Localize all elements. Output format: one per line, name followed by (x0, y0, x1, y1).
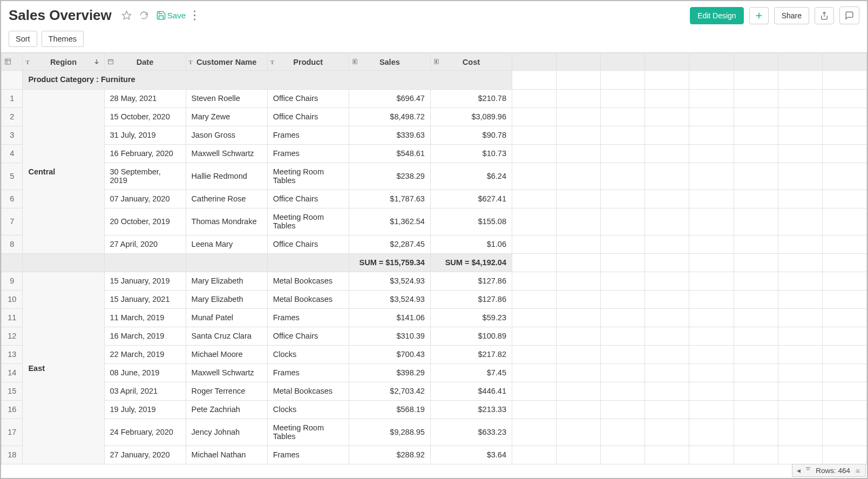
col-date[interactable]: Date (104, 53, 186, 71)
header-right: Edit Design Share (690, 6, 859, 24)
col-cost[interactable]: $Cost (430, 53, 512, 71)
blank-cell (734, 290, 778, 308)
blank-cell (645, 272, 689, 290)
sales-cell: $9,288.95 (349, 419, 430, 446)
blank-cell (822, 400, 866, 419)
sales-cell: $8,498.72 (349, 107, 430, 126)
table-row[interactable]: 7 20 October, 2019 Thomas Mondrake Meeti… (2, 208, 867, 235)
sales-cell: $568.19 (349, 400, 430, 419)
svg-text:$: $ (354, 60, 355, 63)
blank-cell (512, 253, 556, 272)
star-icon[interactable] (121, 10, 132, 21)
product-cell: Metal Bookcases (267, 272, 349, 290)
table-row[interactable]: 5 30 September, 2019 Hallie Redmond Meet… (2, 163, 867, 190)
customer-cell: Michael Moore (186, 345, 267, 363)
export-icon[interactable] (815, 7, 834, 24)
blank-cell (601, 144, 645, 163)
subtotal-cost: SUM = $4,192.04 (430, 253, 512, 272)
comment-icon[interactable] (839, 6, 859, 24)
blank-cell (557, 107, 601, 126)
blank-cell (822, 89, 866, 107)
blank-cell (512, 71, 556, 90)
table-row[interactable]: 9 East 15 January, 2019 Mary Elizabeth M… (2, 272, 867, 290)
col-customer[interactable]: TCustomer Name (186, 53, 267, 71)
blank-cell (557, 446, 601, 464)
blank-cell (689, 144, 734, 163)
rownum-cell: 17 (2, 419, 23, 446)
blank-cell (645, 363, 689, 382)
product-cell: Frames (267, 308, 349, 327)
blank-cell (601, 290, 645, 308)
add-button[interactable] (749, 7, 769, 24)
scroll-bottom-icon[interactable] (855, 467, 861, 475)
cost-cell: $90.78 (430, 126, 512, 144)
edit-design-button[interactable]: Edit Design (690, 7, 744, 24)
blank-cell (645, 107, 689, 126)
blank-cell (689, 327, 734, 345)
table-row[interactable]: 3 31 July, 2019 Jason Gross Frames $339.… (2, 126, 867, 144)
table-row[interactable]: 17 24 February, 2020 Jency Johnah Meetin… (2, 419, 867, 446)
date-cell: 03 April, 2021 (104, 382, 186, 400)
blank-cell (689, 272, 734, 290)
table-row[interactable]: 2 15 October, 2020 Mary Zewe Office Chai… (2, 107, 867, 126)
date-cell: 20 October, 2019 (104, 208, 186, 235)
table-row[interactable]: 12 16 March, 2019 Santa Cruz Clara Offic… (2, 327, 867, 345)
cost-cell: $100.89 (430, 327, 512, 345)
blank-cell (645, 382, 689, 400)
header-icons: Save (121, 10, 196, 21)
blank-cell (557, 400, 601, 419)
sales-cell: $548.61 (349, 144, 430, 163)
save-button[interactable]: Save (156, 10, 186, 21)
customer-cell: Maxwell Schwartz (186, 363, 267, 382)
grid: TRegion Date TCustomer Name TProduct $Sa… (1, 52, 867, 464)
scroll-left-icon[interactable]: ◂ (797, 466, 801, 475)
sort-button[interactable]: Sort (9, 31, 37, 47)
product-cell: Clocks (267, 345, 349, 363)
blank-cell (689, 235, 734, 253)
blank-col (512, 53, 556, 71)
customer-cell: Munaf Patel (186, 308, 267, 327)
blank-col (778, 53, 822, 71)
customer-cell: Catherine Rose (186, 190, 267, 208)
blank-cell (557, 208, 601, 235)
table-row[interactable]: 15 03 April, 2021 Roger Terrence Metal B… (2, 382, 867, 400)
text-type-icon: T (270, 59, 274, 65)
table-row[interactable]: 6 07 January, 2020 Catherine Rose Office… (2, 190, 867, 208)
blank-cell (822, 144, 866, 163)
svg-text:$: $ (436, 60, 437, 63)
blank-cell (557, 190, 601, 208)
more-icon[interactable] (193, 10, 196, 21)
share-button[interactable]: Share (774, 7, 809, 24)
table-row[interactable]: 16 19 July, 2019 Pete Zachriah Clocks $5… (2, 400, 867, 419)
scroll-top-icon[interactable] (805, 467, 811, 475)
col-product[interactable]: TProduct (267, 53, 349, 71)
blank-cell (734, 89, 778, 107)
col-sales[interactable]: $Sales (349, 53, 430, 71)
blank-cell (512, 126, 556, 144)
col-region[interactable]: TRegion (23, 53, 104, 71)
blank-cell (778, 107, 822, 126)
product-cell: Frames (267, 363, 349, 382)
customer-cell: Jason Gross (186, 126, 267, 144)
refresh-icon[interactable] (139, 11, 148, 20)
table-row[interactable]: 1 Central 28 May, 2021 Steven Roelle Off… (2, 89, 867, 107)
cost-cell: $3,089.96 (430, 107, 512, 126)
sales-cell: $700.43 (349, 345, 430, 363)
sales-cell: $2,287.45 (349, 235, 430, 253)
blank-cell (822, 71, 866, 90)
rownum-cell: 10 (2, 290, 23, 308)
blank-cell (734, 400, 778, 419)
blank-cell (512, 163, 556, 190)
blank-cell (601, 71, 645, 90)
table-row[interactable]: 11 11 March, 2019 Munaf Patel Frames $14… (2, 308, 867, 327)
table-row[interactable]: 4 16 February, 2020 Maxwell Schwartz Fra… (2, 144, 867, 163)
table-row[interactable]: 8 27 April, 2020 Leena Mary Office Chair… (2, 235, 867, 253)
table-row[interactable]: 13 22 March, 2019 Michael Moore Clocks $… (2, 345, 867, 363)
blank-cell (557, 144, 601, 163)
themes-button[interactable]: Themes (42, 31, 84, 47)
table-row[interactable]: 18 27 January, 2020 Michael Nathan Frame… (2, 446, 867, 464)
table-row[interactable]: 10 15 January, 2021 Mary Elizabeth Metal… (2, 290, 867, 308)
customer-cell: Mary Zewe (186, 107, 267, 126)
table-row[interactable]: 14 08 June, 2019 Maxwell Schwartz Frames… (2, 363, 867, 382)
rownum-header[interactable] (2, 53, 23, 71)
